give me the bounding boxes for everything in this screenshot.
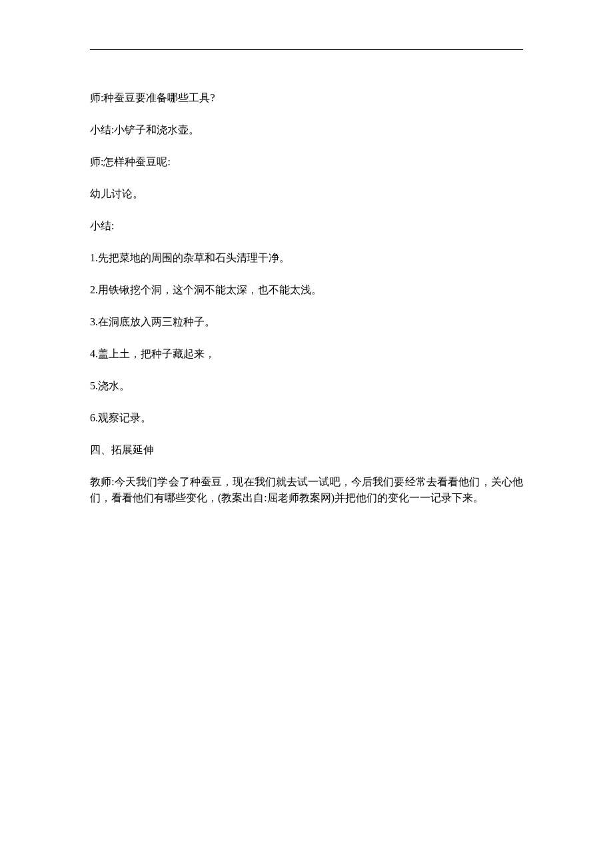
header-rule [90, 49, 523, 50]
paragraph: 幼儿讨论。 [90, 186, 523, 202]
paragraph: 4.盖上土，把种子藏起来， [90, 346, 523, 362]
paragraph: 2.用铁锹挖个洞，这个洞不能太深，也不能太浅。 [90, 282, 523, 298]
paragraph: 6.观察记录。 [90, 410, 523, 426]
paragraph: 5.浇水。 [90, 378, 523, 394]
document-page: 师:种蚕豆要准备哪些工具? 小结:小铲子和浇水壶。 师:怎样种蚕豆呢: 幼儿讨论… [0, 0, 613, 868]
paragraph: 3.在洞底放入两三粒种子。 [90, 314, 523, 330]
paragraph: 师:种蚕豆要准备哪些工具? [90, 90, 523, 106]
paragraph: 小结:小铲子和浇水壶。 [90, 122, 523, 138]
paragraph: 小结: [90, 218, 523, 234]
paragraph: 师:怎样种蚕豆呢: [90, 154, 523, 170]
paragraph: 四、拓展延伸 [90, 442, 523, 458]
paragraph: 1.先把菜地的周围的杂草和石头清理干净。 [90, 250, 523, 266]
paragraph: 教师:今天我们学会了种蚕豆，现在我们就去试一试吧，今后我们要经常去看看他们，关心… [90, 474, 523, 506]
